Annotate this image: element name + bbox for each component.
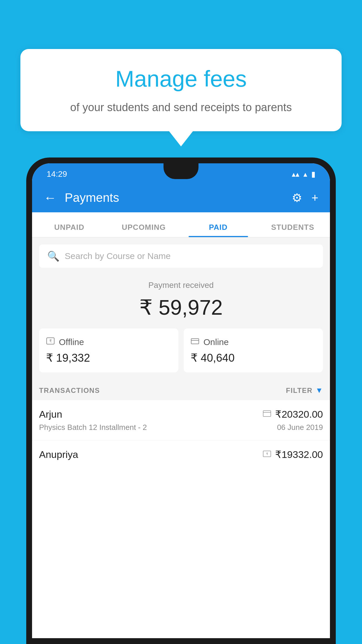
content-area: 🔍 Search by Course or Name Payment recei… — [32, 237, 330, 460]
online-label: Online — [203, 337, 229, 347]
tabs: UNPAID UPCOMING PAID STUDENTS — [32, 212, 330, 237]
offline-label: Offline — [59, 337, 84, 347]
phone-screen: 14:29 ▴▴ ▴ ▮ ← Payments ⚙ + UNPAID UPCOM… — [32, 163, 330, 638]
battery-icon: ▮ — [311, 170, 315, 179]
svg-rect-2 — [191, 339, 199, 344]
payment-received-amount: ₹ 59,972 — [39, 295, 323, 320]
transactions-label: TRANSACTIONS — [39, 386, 100, 395]
online-amount: ₹ 40,640 — [191, 351, 316, 364]
phone-frame: 14:29 ▴▴ ▴ ▮ ← Payments ⚙ + UNPAID UPCOM… — [26, 158, 336, 644]
header-bar: ← Payments ⚙ + — [32, 183, 330, 212]
online-card: Online ₹ 40,640 — [184, 328, 323, 372]
payment-received-label: Payment received — [39, 281, 323, 290]
offline-card: ₹ Offline ₹ 19,332 — [39, 328, 178, 372]
transaction-amount-wrap: ₹ ₹19332.00 — [263, 449, 323, 460]
search-icon: 🔍 — [47, 250, 59, 262]
back-button[interactable]: ← — [44, 190, 57, 205]
online-payment-icon — [263, 410, 271, 419]
payment-received-section: Payment received ₹ 59,972 — [32, 268, 330, 328]
filter-button[interactable]: FILTER ▼ — [286, 386, 323, 395]
transaction-amount: ₹19332.00 — [275, 449, 323, 460]
table-row[interactable]: Anupriya ₹ ₹19332.00 — [32, 440, 330, 460]
signal-icon: ▴ — [303, 170, 307, 179]
wifi-icon: ▴▴ — [292, 170, 299, 179]
online-icon — [191, 337, 199, 347]
speech-bubble: Manage fees of your students and send re… — [20, 49, 342, 131]
tab-students[interactable]: STUDENTS — [256, 223, 330, 237]
filter-label: FILTER — [286, 386, 312, 395]
offline-icon: ₹ — [46, 337, 55, 347]
page-title: Payments — [65, 191, 292, 205]
offline-payment-icon: ₹ — [263, 450, 271, 459]
offline-amount: ₹ 19,332 — [46, 351, 171, 364]
transaction-course: Physics Batch 12 Installment - 2 — [39, 423, 147, 432]
transaction-amount-wrap: ₹20320.00 — [263, 408, 323, 420]
search-placeholder: Search by Course or Name — [65, 251, 171, 261]
svg-rect-4 — [263, 411, 271, 416]
notch — [164, 163, 198, 179]
transaction-amount: ₹20320.00 — [275, 408, 323, 420]
svg-text:₹: ₹ — [266, 452, 268, 456]
transactions-header: TRANSACTIONS FILTER ▼ — [32, 381, 330, 400]
status-icons: ▴▴ ▴ ▮ — [292, 170, 315, 179]
tab-unpaid[interactable]: UNPAID — [32, 223, 107, 237]
header-actions: ⚙ + — [292, 191, 318, 204]
payment-cards: ₹ Offline ₹ 19,332 — [32, 328, 330, 381]
status-time: 14:29 — [47, 169, 67, 179]
table-row[interactable]: Arjun ₹20320.00 Physics — [32, 400, 330, 440]
offline-card-header: ₹ Offline — [46, 337, 171, 347]
search-bar[interactable]: 🔍 Search by Course or Name — [39, 244, 323, 268]
status-bar: 14:29 ▴▴ ▴ ▮ — [32, 163, 330, 183]
transaction-name: Anupriya — [39, 449, 78, 460]
svg-text:₹: ₹ — [49, 339, 52, 343]
online-card-header: Online — [191, 337, 316, 347]
tab-paid[interactable]: PAID — [181, 223, 256, 237]
transaction-name: Arjun — [39, 409, 62, 420]
add-icon[interactable]: + — [312, 191, 318, 204]
settings-icon[interactable]: ⚙ — [292, 191, 302, 204]
tab-upcoming[interactable]: UPCOMING — [107, 223, 181, 237]
bubble-title: Manage fees — [44, 66, 318, 92]
transaction-list: Arjun ₹20320.00 Physics — [32, 400, 330, 460]
transaction-date: 06 June 2019 — [277, 423, 323, 432]
bubble-subtitle: of your students and send receipts to pa… — [44, 100, 318, 115]
filter-icon: ▼ — [315, 386, 323, 395]
